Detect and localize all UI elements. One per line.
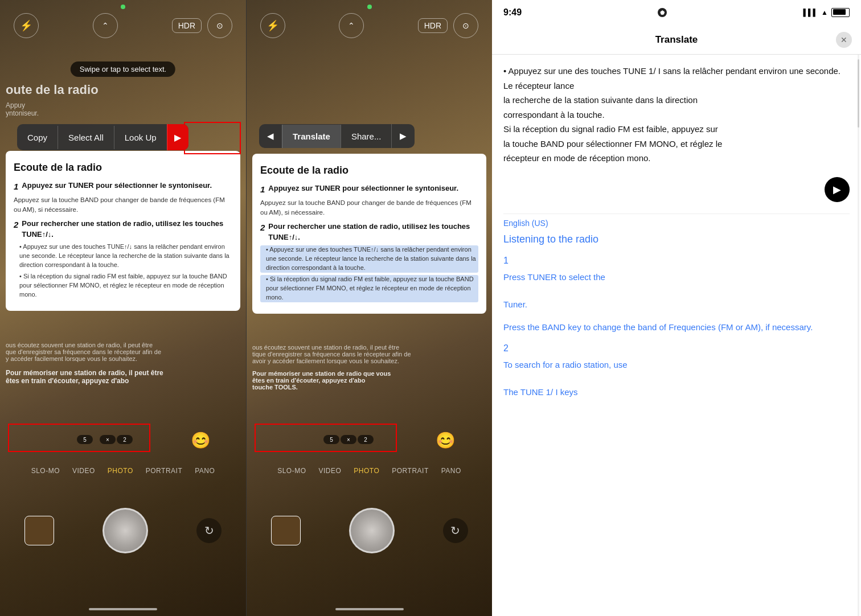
close-button[interactable]: ✕ <box>836 32 852 48</box>
shutter-area-2: ↻ <box>247 479 492 582</box>
hdr-button[interactable]: HDR <box>172 18 202 33</box>
mode-portrait[interactable]: PORTRAIT <box>146 467 182 475</box>
chevron-up-icon[interactable]: ⌃ <box>93 13 118 38</box>
top-bar: ⚡ ⌃ HDR ⊙ <box>0 0 246 51</box>
hdr-button-2[interactable]: HDR <box>418 18 448 33</box>
step2-number: 2 <box>14 219 18 240</box>
num-badge-6: 2 <box>358 435 374 444</box>
top-bar-center-2: ⌃ <box>339 13 364 38</box>
step1-number-translated: 1 <box>503 256 850 266</box>
play-button[interactable]: ▶ <box>825 177 850 202</box>
home-indicator <box>89 608 157 610</box>
context-menu-2: ◀ Translate Share... ▶ <box>259 124 415 148</box>
top-bar-center: ⌃ <box>93 13 118 38</box>
mode-pano-2[interactable]: PANO <box>441 467 461 475</box>
bold-line-2: Pour mémoriser une station de radio que … <box>252 370 486 391</box>
location-icon <box>658 8 667 17</box>
step2-number-2: 2 <box>260 221 265 243</box>
battery-fill <box>833 9 846 15</box>
step2-row-2: 2 Pour rechercher une station de radio, … <box>260 221 478 243</box>
top-bar-2: ⚡ ⌃ HDR ⊙ <box>247 0 492 51</box>
num-badge-4: 5 <box>323 435 339 444</box>
next-menu-arrow[interactable]: ▶ <box>167 124 188 150</box>
mode-slo-mo-2[interactable]: SLO-MO <box>277 467 306 475</box>
wifi-icon: ▲ <box>821 9 828 17</box>
document-card-2: Ecoute de la radio 1 Appuyez sur TUNER p… <box>252 154 486 314</box>
section-title: Listening to the radio <box>503 232 850 247</box>
mode-photo-2[interactable]: PHOTO <box>354 467 379 475</box>
mode-video-2[interactable]: VIDEO <box>318 467 341 475</box>
step1-body: Appuyez sur la touche BAND pour changer … <box>14 195 232 214</box>
live-photo-icon-2[interactable]: ⊙ <box>453 13 478 38</box>
rotate-button-2[interactable]: ↻ <box>443 518 468 543</box>
num-badge-1: 5 <box>77 435 93 444</box>
mode-portrait-2[interactable]: PORTRAIT <box>392 467 428 475</box>
chevron-up-icon-2[interactable]: ⌃ <box>339 13 364 38</box>
prev-arrow-button[interactable]: ◀ <box>259 124 282 148</box>
battery-icon <box>831 8 850 17</box>
below-card-text-2: ous écoutez souvent une station de radio… <box>252 344 486 364</box>
panel1: ⚡ ⌃ HDR ⊙ Swipe or tap to select text. o… <box>0 0 246 616</box>
bullet1: • Appuyez sur une des touches TUNE↑/↓ sa… <box>14 243 232 270</box>
bullet1-2: • Appuyez sur une des touches TUNE↑/↓ sa… <box>260 245 478 273</box>
doc-heading-bg: oute de la radio <box>6 83 240 97</box>
translate-title: Translate <box>655 34 698 46</box>
doc-title-2: Ecoute de la radio <box>260 163 478 178</box>
step1-title: Appuyez sur TUNER pour sélectionner le s… <box>22 180 212 193</box>
mode-pano[interactable]: PANO <box>195 467 215 475</box>
language-label: English (US) <box>503 219 850 228</box>
status-time: 9:49 <box>503 7 522 18</box>
thumbnail-2[interactable] <box>271 516 301 545</box>
divider-1 <box>503 213 850 214</box>
rotate-button[interactable]: ↻ <box>196 518 222 543</box>
doc-title: Ecoute de la radio <box>14 160 232 175</box>
home-indicator-2 <box>335 608 404 610</box>
step1-text-translated: Press TUNER to select theTuner. <box>503 270 850 311</box>
red-outline-menu <box>184 122 241 154</box>
num-badge-5: × <box>341 435 356 444</box>
camera-modes-2: SLO-MO VIDEO PHOTO PORTRAIT PANO <box>247 467 492 475</box>
shutter-button-2[interactable] <box>349 508 395 553</box>
mode-video[interactable]: VIDEO <box>72 467 95 475</box>
translate-panel: 9:49 ▌▌▌ ▲ Translate ✕ • Appuyez sur une… <box>492 0 861 616</box>
flash-icon[interactable]: ⚡ <box>14 13 39 38</box>
emoji-sticker: 😊 <box>191 431 211 450</box>
step1-sub-text: Press the BAND key to change the band of… <box>503 321 850 334</box>
num-badge-3: 2 <box>117 435 133 444</box>
look-up-button[interactable]: Look Up <box>114 126 167 149</box>
share-button[interactable]: Share... <box>341 125 392 148</box>
camera-modes: SLO-MO VIDEO PHOTO PORTRAIT PANO <box>0 467 246 475</box>
signal-icon: ▌▌▌ <box>803 9 818 17</box>
step2-row: 2 Pour rechercher une station de radio, … <box>14 219 232 240</box>
status-icons: ▌▌▌ ▲ <box>803 8 850 17</box>
translate-body: • Appuyez sur une des touches TUNE 1/ I … <box>492 55 861 616</box>
step2-title: Pour rechercher une station de radio, ut… <box>22 219 232 240</box>
panel2: ⚡ ⌃ HDR ⊙ ◀ Translate Share... ▶ Ecoute … <box>246 0 492 616</box>
bold-line: Pour mémoriser une station de radio, il … <box>6 369 240 385</box>
copy-button[interactable]: Copy <box>17 126 58 149</box>
step1-body-2: Appuyez sur la touche BAND pour changer … <box>260 198 478 217</box>
context-menu: Copy Select All Look Up ▶ <box>17 124 188 150</box>
swipe-hint: Swipe or tap to select text. <box>71 61 175 77</box>
thumbnail[interactable] <box>24 516 54 545</box>
status-bar: 9:49 ▌▌▌ ▲ <box>492 0 861 25</box>
below-card-text: ous écoutez souvent une station de radio… <box>6 342 240 362</box>
scrollbar-thumb[interactable] <box>858 59 859 128</box>
document-card: Ecoute de la radio 1 Appuyez sur TUNER p… <box>6 151 240 311</box>
num-badge-2: × <box>100 435 116 444</box>
mode-slo-mo[interactable]: SLO-MO <box>31 467 60 475</box>
step1-number: 1 <box>14 180 18 193</box>
shutter-button[interactable] <box>102 508 148 553</box>
arrow-icon <box>660 10 665 15</box>
emoji-sticker-2: 😊 <box>436 431 456 450</box>
mode-photo[interactable]: PHOTO <box>108 467 133 475</box>
select-all-button[interactable]: Select All <box>58 126 114 149</box>
step1-row: 1 Appuyez sur TUNER pour sélectionner le… <box>14 180 232 193</box>
live-photo-icon[interactable]: ⊙ <box>207 13 232 38</box>
doc-body-bg: Appuyyntoniseur. <box>6 101 240 117</box>
translate-button[interactable]: Translate <box>282 125 341 148</box>
flash-icon-2[interactable]: ⚡ <box>260 13 285 38</box>
next-arrow-button-2[interactable]: ▶ <box>391 124 415 148</box>
shutter-area: ↻ <box>0 479 246 582</box>
step2-title-2: Pour rechercher une station de radio, ut… <box>268 221 478 243</box>
